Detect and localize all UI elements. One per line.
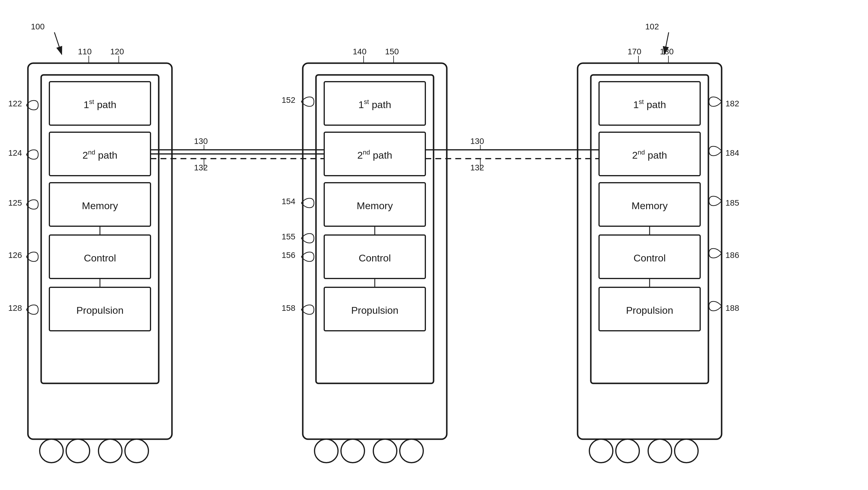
v1-wheel3 — [98, 439, 122, 463]
ref152-label: 152 — [282, 95, 296, 105]
v1-memory-label: Memory — [82, 200, 118, 211]
ref126-label: 126 — [8, 251, 22, 260]
v2-wheel3 — [373, 439, 397, 463]
ref130b-label: 130 — [470, 137, 484, 146]
v3-memory-label: Memory — [632, 200, 668, 211]
v3-wheel2 — [616, 439, 639, 463]
ref100-arrow — [54, 32, 62, 54]
v2-wheel2 — [341, 439, 365, 463]
v3-second-path-label: 2nd path — [632, 149, 667, 161]
v3-propulsion-label: Propulsion — [626, 305, 674, 316]
v1-wheel2 — [66, 439, 90, 463]
ref124-label: 124 — [8, 149, 22, 158]
v2-second-path-label: 2nd path — [357, 149, 392, 161]
ref185-label: 185 — [725, 198, 739, 207]
ref122-label: 122 — [8, 99, 22, 108]
v1-control-label: Control — [84, 252, 116, 263]
ref102-label: 102 — [645, 22, 659, 31]
diagram-container: text { font-family: Arial, sans-serif; f… — [0, 0, 868, 490]
ref158-label: 158 — [282, 303, 296, 313]
v2-memory-label: Memory — [357, 200, 393, 211]
ref182-label: 182 — [725, 99, 739, 108]
ref132b-label: 132 — [470, 163, 484, 172]
ref125-label: 125 — [8, 198, 22, 207]
ref170-label: 170 — [627, 47, 641, 56]
v3-first-path-label: 1st path — [633, 98, 666, 110]
ref186-label: 186 — [725, 251, 739, 260]
v2-first-path-label: 1st path — [358, 98, 391, 110]
v3-wheel3 — [648, 439, 672, 463]
ref184-label: 184 — [725, 149, 739, 158]
ref156-label: 156 — [282, 251, 296, 260]
v1-propulsion-label: Propulsion — [76, 305, 124, 316]
v2-control-label: Control — [359, 252, 391, 263]
ref188-label: 188 — [725, 303, 739, 313]
ref100-label: 100 — [31, 22, 45, 31]
v1-wheel1 — [40, 439, 63, 463]
ref140-label: 140 — [353, 47, 367, 56]
ref128-label: 128 — [8, 303, 22, 313]
ref132a-label: 132 — [194, 163, 208, 172]
v3-control-label: Control — [633, 252, 666, 263]
v1-wheel4 — [125, 439, 149, 463]
ref150-label: 150 — [385, 47, 399, 56]
ref180-label: 180 — [660, 47, 674, 56]
ref110-label: 110 — [78, 47, 92, 56]
ref155-label: 155 — [282, 232, 296, 241]
v2-wheel1 — [314, 439, 338, 463]
v1-second-path-label: 2nd path — [82, 149, 117, 161]
ref154-label: 154 — [282, 197, 296, 206]
v1-first-path-label: 1st path — [84, 98, 116, 110]
ref130a-label: 130 — [194, 137, 208, 146]
ref120-label: 120 — [110, 47, 124, 56]
v2-wheel4 — [400, 439, 423, 463]
v2-propulsion-label: Propulsion — [351, 305, 399, 316]
v3-wheel1 — [589, 439, 613, 463]
v3-wheel4 — [675, 439, 698, 463]
